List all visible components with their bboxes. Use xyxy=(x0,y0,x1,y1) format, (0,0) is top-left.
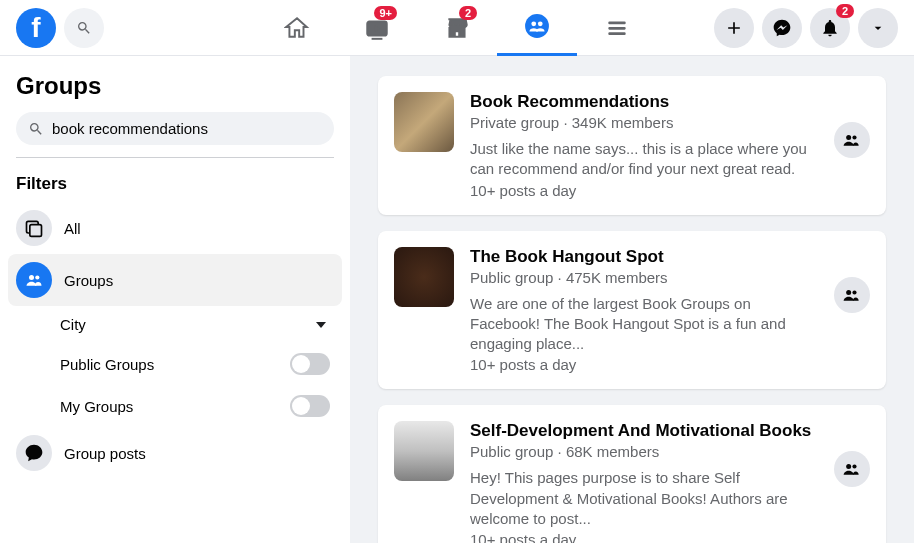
groups-search-box[interactable] xyxy=(16,112,334,145)
search-icon xyxy=(76,20,92,36)
group-join-icon xyxy=(842,130,862,150)
filter-public-groups[interactable]: Public Groups xyxy=(8,343,342,385)
public-groups-toggle[interactable] xyxy=(290,353,330,375)
svg-rect-7 xyxy=(608,32,625,35)
notifications-button[interactable]: 2 xyxy=(810,8,850,48)
group-frequency: 10+ posts a day xyxy=(470,356,818,373)
global-search-button[interactable] xyxy=(64,8,104,48)
svg-point-17 xyxy=(852,465,856,469)
topbar: f 9+ 2 2 xyxy=(0,0,914,56)
svg-rect-5 xyxy=(608,21,625,24)
bell-icon xyxy=(820,18,840,38)
caret-down-icon xyxy=(870,20,886,36)
group-meta: Public group · 68K members xyxy=(470,443,818,460)
filter-all[interactable]: All xyxy=(8,202,342,254)
chevron-down-icon xyxy=(316,322,326,328)
nav-groups[interactable] xyxy=(497,0,577,56)
facebook-logo[interactable]: f xyxy=(16,8,56,48)
messenger-button[interactable] xyxy=(762,8,802,48)
group-info: Book Recommendations Private group · 349… xyxy=(470,92,818,199)
svg-point-14 xyxy=(846,290,851,295)
notifications-badge: 2 xyxy=(836,4,854,18)
group-info: The Book Hangout Spot Public group · 475… xyxy=(470,247,818,374)
group-info: Self-Development And Motivational Books … xyxy=(470,421,818,543)
nav-watch[interactable]: 9+ xyxy=(337,0,417,56)
plus-icon xyxy=(724,18,744,38)
messenger-icon xyxy=(772,18,792,38)
groups-search-input[interactable] xyxy=(52,120,322,137)
svg-point-10 xyxy=(29,275,34,280)
groups-filter-icon xyxy=(16,262,52,298)
filter-group-posts[interactable]: Group posts xyxy=(8,427,342,479)
group-join-icon xyxy=(842,285,862,305)
filter-groups[interactable]: Groups xyxy=(8,254,342,306)
nav-right: 2 xyxy=(714,8,898,48)
sidebar: Groups Filters All Groups City Public Gr… xyxy=(0,56,350,543)
group-card[interactable]: Self-Development And Motivational Books … xyxy=(378,405,886,543)
filter-label: City xyxy=(60,316,316,333)
home-icon xyxy=(284,15,310,41)
join-button[interactable] xyxy=(834,277,870,313)
svg-rect-9 xyxy=(30,225,42,237)
divider xyxy=(16,157,334,158)
filter-my-groups[interactable]: My Groups xyxy=(8,385,342,427)
group-frequency: 10+ posts a day xyxy=(470,531,818,543)
join-button[interactable] xyxy=(834,122,870,158)
group-join-icon xyxy=(842,459,862,479)
svg-rect-6 xyxy=(608,26,625,29)
create-button[interactable] xyxy=(714,8,754,48)
group-avatar xyxy=(394,421,454,481)
watch-badge: 9+ xyxy=(374,6,397,20)
group-desc: Hey! This pages purpose is to share Self… xyxy=(470,468,818,529)
group-avatar xyxy=(394,247,454,307)
nav-center: 9+ 2 xyxy=(257,0,657,56)
group-card[interactable]: The Book Hangout Spot Public group · 475… xyxy=(378,231,886,390)
main: Groups Filters All Groups City Public Gr… xyxy=(0,56,914,543)
all-icon xyxy=(16,210,52,246)
svg-point-13 xyxy=(852,135,856,139)
group-name[interactable]: Self-Development And Motivational Books xyxy=(470,421,818,441)
filter-label: Group posts xyxy=(64,445,146,462)
groups-icon xyxy=(524,13,550,39)
nav-home[interactable] xyxy=(257,0,337,56)
group-frequency: 10+ posts a day xyxy=(470,182,818,199)
group-card[interactable]: Book Recommendations Private group · 349… xyxy=(378,76,886,215)
group-name[interactable]: Book Recommendations xyxy=(470,92,818,112)
my-groups-toggle[interactable] xyxy=(290,395,330,417)
svg-point-16 xyxy=(846,464,851,469)
page-title: Groups xyxy=(8,72,342,112)
group-name[interactable]: The Book Hangout Spot xyxy=(470,247,818,267)
search-icon xyxy=(28,121,44,137)
filter-city[interactable]: City xyxy=(8,306,342,343)
group-desc: Just like the name says... this is a pla… xyxy=(470,139,818,180)
posts-icon xyxy=(16,435,52,471)
group-desc: We are one of the largest Book Groups on… xyxy=(470,294,818,355)
nav-marketplace[interactable]: 2 xyxy=(417,0,497,56)
filter-label: Groups xyxy=(64,272,113,289)
account-button[interactable] xyxy=(858,8,898,48)
filter-label: All xyxy=(64,220,81,237)
marketplace-badge: 2 xyxy=(459,6,477,20)
svg-point-15 xyxy=(852,290,856,294)
filters-heading: Filters xyxy=(8,174,342,202)
group-avatar xyxy=(394,92,454,152)
group-meta: Private group · 349K members xyxy=(470,114,818,131)
svg-point-11 xyxy=(35,275,39,279)
nav-menu[interactable] xyxy=(577,0,657,56)
join-button[interactable] xyxy=(834,451,870,487)
results-list: Book Recommendations Private group · 349… xyxy=(350,56,914,543)
group-meta: Public group · 475K members xyxy=(470,269,818,286)
filter-label: My Groups xyxy=(60,398,290,415)
filter-label: Public Groups xyxy=(60,356,290,373)
svg-point-2 xyxy=(525,14,549,38)
svg-point-3 xyxy=(531,21,536,26)
svg-point-4 xyxy=(538,21,543,26)
svg-point-12 xyxy=(846,135,851,140)
hamburger-icon xyxy=(604,15,630,41)
